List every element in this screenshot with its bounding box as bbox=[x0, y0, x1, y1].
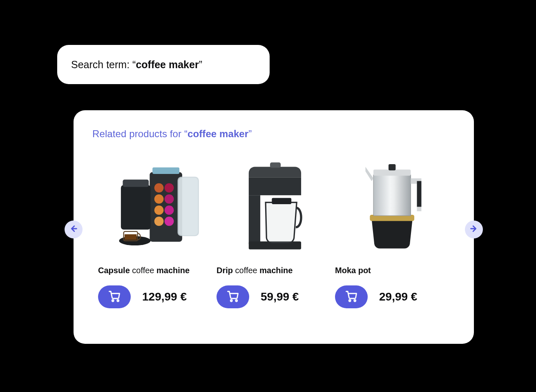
svg-rect-1 bbox=[152, 167, 179, 174]
title-part: coffee bbox=[130, 266, 156, 275]
svg-rect-23 bbox=[270, 163, 281, 168]
svg-point-17 bbox=[112, 300, 114, 301]
related-products-panel: Related products for “coffee maker” bbox=[74, 110, 474, 344]
svg-rect-4 bbox=[121, 185, 151, 229]
svg-rect-20 bbox=[249, 195, 260, 244]
product-title: Capsule coffee machine bbox=[98, 265, 212, 276]
svg-point-32 bbox=[354, 300, 356, 301]
svg-point-24 bbox=[230, 300, 232, 301]
related-label-prefix: Related products for bbox=[92, 128, 184, 139]
search-term-card: Search term: “coffee maker” bbox=[57, 45, 270, 84]
product-price: 59,99 € bbox=[261, 290, 299, 303]
svg-rect-3 bbox=[179, 178, 198, 235]
open-quote: “ bbox=[184, 128, 188, 139]
related-products-heading: Related products for “coffee maker” bbox=[92, 128, 252, 140]
svg-point-11 bbox=[165, 205, 174, 215]
svg-point-10 bbox=[154, 205, 164, 215]
svg-point-13 bbox=[165, 217, 174, 226]
add-to-cart-button[interactable] bbox=[335, 285, 368, 308]
product-card[interactable]: Drip coffee machine 59,99 € bbox=[217, 154, 331, 331]
product-card[interactable]: Moka pot 29,99 € bbox=[335, 154, 449, 331]
svg-point-9 bbox=[165, 194, 174, 204]
svg-point-7 bbox=[165, 183, 174, 193]
svg-point-6 bbox=[154, 183, 164, 193]
product-price: 29,99 € bbox=[379, 290, 417, 303]
svg-rect-27 bbox=[373, 175, 411, 216]
search-term-value: coffee maker bbox=[136, 59, 199, 70]
add-to-cart-button[interactable] bbox=[98, 285, 131, 308]
search-label-prefix: Search term: bbox=[71, 59, 132, 70]
search-term-label: Search term: “coffee maker” bbox=[71, 59, 202, 71]
related-term-value: coffee maker bbox=[188, 128, 248, 139]
svg-rect-5 bbox=[123, 180, 149, 187]
svg-rect-30 bbox=[417, 181, 422, 207]
svg-rect-19 bbox=[249, 178, 301, 195]
svg-point-18 bbox=[117, 300, 119, 301]
svg-rect-28 bbox=[373, 169, 411, 176]
svg-rect-22 bbox=[272, 198, 292, 204]
title-part: Moka pot bbox=[335, 266, 371, 275]
title-part: Drip bbox=[217, 266, 233, 275]
moka-pot-image bbox=[335, 154, 449, 256]
cart-icon bbox=[108, 290, 121, 304]
close-quote: ” bbox=[248, 128, 252, 139]
svg-rect-29 bbox=[389, 164, 395, 170]
product-price: 129,99 € bbox=[142, 290, 187, 303]
product-title: Moka pot bbox=[335, 265, 449, 276]
svg-point-8 bbox=[154, 194, 164, 204]
cart-icon bbox=[227, 290, 239, 304]
product-card[interactable]: Capsule coffee machine 129,99 € bbox=[98, 154, 212, 331]
product-list: Capsule coffee machine 129,99 € bbox=[74, 154, 474, 331]
title-part: machine bbox=[156, 266, 190, 275]
product-title: Drip coffee machine bbox=[217, 265, 331, 276]
close-quote: ” bbox=[199, 59, 202, 70]
svg-point-31 bbox=[349, 300, 351, 301]
title-part: coffee bbox=[233, 266, 259, 275]
cart-icon bbox=[345, 290, 357, 304]
capsule-coffee-machine-image bbox=[98, 154, 212, 256]
svg-rect-16 bbox=[125, 234, 137, 240]
svg-point-12 bbox=[154, 217, 164, 226]
price-row: 29,99 € bbox=[335, 285, 449, 308]
price-row: 129,99 € bbox=[98, 285, 212, 308]
add-to-cart-button[interactable] bbox=[217, 285, 249, 308]
title-part: Capsule bbox=[98, 266, 130, 275]
price-row: 59,99 € bbox=[217, 285, 331, 308]
title-part: machine bbox=[259, 266, 293, 275]
svg-point-25 bbox=[236, 300, 237, 301]
drip-coffee-machine-image bbox=[217, 154, 331, 256]
